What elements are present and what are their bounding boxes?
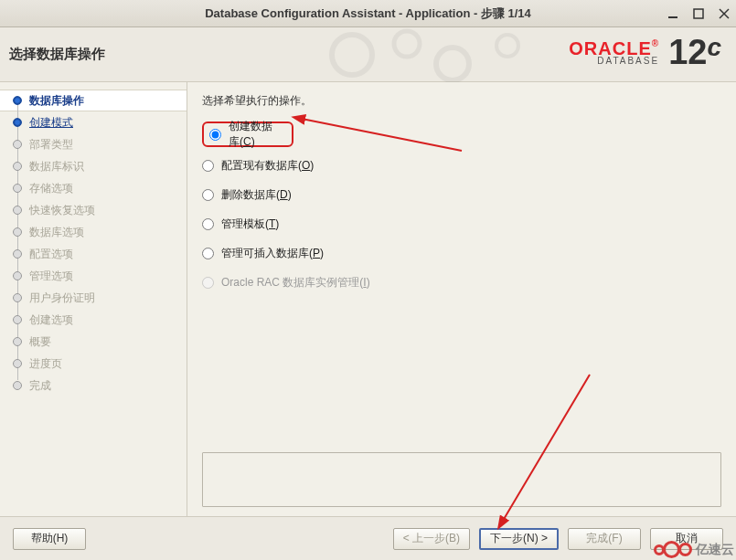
operation-option-5: Oracle RAC 数据库实例管理(I) [202, 268, 721, 297]
brand-version: 12c [668, 35, 721, 69]
operation-option-1[interactable]: 配置现有数据库(O) [202, 151, 721, 180]
step-dot-icon [13, 118, 22, 127]
step-item-7: 配置选项 [0, 243, 187, 265]
operation-radio-4[interactable] [202, 248, 214, 259]
step-item-1[interactable]: 创建模式 [0, 111, 187, 133]
step-item-5: 快速恢复选项 [0, 199, 187, 221]
operation-label: 管理可插入数据库(P) [221, 246, 324, 261]
step-dot-icon [13, 293, 22, 302]
watermark: 亿速云 [654, 541, 734, 558]
operation-radio-group: 创建数据库(C)配置现有数据库(O)删除数据库(D)管理模板(T)管理可插入数据… [202, 122, 721, 297]
step-label: 数据库操作 [29, 93, 84, 109]
svg-point-7 [496, 35, 518, 57]
operation-label: 创建数据库(C) [229, 119, 283, 150]
oracle-brand: ORACLE® DATABASE 12c [569, 35, 721, 69]
operation-option-2[interactable]: 删除数据库(D) [202, 180, 721, 209]
step-label: 创建模式 [29, 115, 73, 131]
step-label: 创建选项 [29, 312, 73, 328]
operation-label: 配置现有数据库(O) [221, 158, 314, 174]
wizard-header: 选择数据库操作 ORACLE® DATABASE 12c [0, 27, 736, 82]
operation-label: 管理模板(T) [221, 217, 279, 232]
step-label: 数据库选项 [29, 225, 84, 240]
step-item-3: 数据库标识 [0, 155, 187, 177]
operation-radio-5 [202, 277, 214, 289]
finish-button[interactable]: 完成(F) [568, 528, 641, 550]
svg-rect-1 [694, 9, 703, 18]
svg-point-4 [332, 35, 372, 75]
minimize-button[interactable] [667, 7, 679, 20]
step-label: 存储选项 [29, 181, 73, 196]
step-label: 用户身份证明 [29, 291, 95, 306]
step-dot-icon [13, 337, 22, 346]
wizard-steps-sidebar: 数据库操作创建模式部署类型数据库标识存储选项快速恢复选项数据库选项配置选项管理选… [0, 82, 187, 516]
maximize-button[interactable] [692, 7, 705, 20]
step-dot-icon [13, 162, 22, 171]
svg-point-6 [436, 48, 469, 80]
step-item-13: 完成 [0, 375, 187, 396]
message-area [202, 452, 721, 507]
operation-radio-1[interactable] [202, 160, 214, 172]
window-title: Database Configuration Assistant - Appli… [7, 5, 729, 22]
step-dot-icon [13, 315, 22, 324]
next-button[interactable]: 下一步(N) > [479, 528, 559, 550]
operation-radio-2[interactable] [202, 189, 214, 201]
step-dot-icon [13, 381, 22, 390]
step-item-12: 进度页 [0, 353, 187, 375]
step-label: 完成 [29, 378, 51, 394]
step-item-9: 用户身份证明 [0, 287, 187, 309]
help-button[interactable]: 帮助(H) [13, 528, 86, 550]
step-dot-icon [13, 96, 22, 105]
step-item-10: 创建选项 [0, 309, 187, 331]
wizard-body: 数据库操作创建模式部署类型数据库标识存储选项快速恢复选项数据库选项配置选项管理选… [0, 82, 736, 516]
option-highlight: 创建数据库(C) [202, 122, 293, 147]
brand-oracle-text: ORACLE® [569, 39, 659, 58]
step-dot-icon [13, 184, 22, 193]
step-dot-icon [13, 227, 22, 237]
operation-option-0[interactable]: 创建数据库(C) [202, 122, 721, 151]
step-item-0[interactable]: 数据库操作 [0, 90, 187, 111]
header-gears-decoration [315, 27, 553, 82]
step-label: 数据库标识 [29, 159, 84, 174]
page-title: 选择数据库操作 [9, 46, 105, 63]
back-button[interactable]: < 上一步(B) [393, 528, 470, 550]
step-label: 管理选项 [29, 269, 73, 284]
window-titlebar: Database Configuration Assistant - Appli… [0, 0, 736, 27]
operation-label: 删除数据库(D) [221, 187, 292, 203]
step-item-6: 数据库选项 [0, 221, 187, 243]
step-dot-icon [13, 140, 22, 149]
step-item-4: 存储选项 [0, 177, 187, 199]
operation-option-3[interactable]: 管理模板(T) [202, 209, 721, 238]
step-dot-icon [13, 359, 22, 368]
step-label: 快速恢复选项 [29, 203, 95, 218]
step-label: 概要 [29, 334, 51, 350]
wizard-footer: 帮助(H) < 上一步(B) 下一步(N) > 完成(F) 取消 [0, 516, 736, 560]
step-label: 进度页 [29, 356, 62, 372]
operation-radio-3[interactable] [202, 218, 214, 230]
step-dot-icon [13, 249, 22, 259]
step-item-2: 部署类型 [0, 133, 187, 155]
close-button[interactable] [718, 7, 731, 20]
svg-point-5 [394, 31, 420, 57]
operation-option-4[interactable]: 管理可插入数据库(P) [202, 238, 721, 268]
operation-radio-0[interactable] [209, 129, 221, 141]
instruction-text: 选择希望执行的操作。 [202, 93, 721, 109]
step-item-11: 概要 [0, 331, 187, 353]
step-label: 配置选项 [29, 247, 73, 262]
step-dot-icon [13, 206, 22, 215]
step-label: 部署类型 [29, 137, 73, 153]
wizard-content: 选择希望执行的操作。 创建数据库(C)配置现有数据库(O)删除数据库(D)管理模… [187, 82, 736, 516]
operation-label: Oracle RAC 数据库实例管理(I) [221, 275, 370, 291]
step-dot-icon [13, 271, 22, 280]
annotation-arrow-bottom [489, 365, 599, 533]
step-item-8: 管理选项 [0, 265, 187, 287]
